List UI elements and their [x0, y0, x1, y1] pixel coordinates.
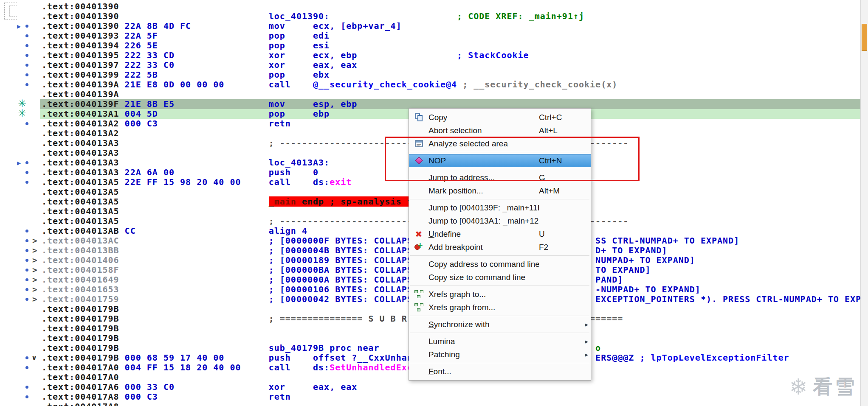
asm-seg: .text:004013A3 — [42, 157, 119, 168]
menu-item-patching[interactable]: Patching▸ — [409, 348, 591, 361]
code-dot-icon — [25, 64, 28, 67]
menu-separator — [410, 316, 589, 316]
asm-line[interactable]: .text:004017A8 000 C3 retn — [0, 392, 860, 402]
asm-seg: loc_4013A3: — [119, 157, 330, 168]
asm-text: .text:004013A5 _main endp ; sp-analysis … — [42, 197, 440, 207]
asm-seg: 222 33 C0 xor eax, eax — [119, 60, 358, 70]
asm-seg: @__security_check_cookie@4 — [313, 79, 457, 90]
menu-item-label: Font... — [428, 367, 539, 376]
expand-arrow-icon[interactable]: > — [32, 246, 37, 255]
menu-item-synchronize-with[interactable]: Synchronize with▸ — [409, 318, 591, 331]
collapse-chevron-icon[interactable]: ∨ — [31, 353, 37, 363]
expand-arrow-icon[interactable]: > — [32, 236, 37, 246]
code-dot-icon — [25, 122, 28, 125]
asm-seg: .text:004013BB — [42, 245, 119, 255]
asm-text: .text:0040139A — [42, 90, 119, 99]
asm-seg: .text:0040179B — [42, 353, 119, 363]
menu-item-analyze-selected-area[interactable]: Analyze selected area — [409, 137, 591, 150]
asm-seg: .text:00401653 — [42, 284, 119, 294]
asm-seg: .text:004013A2 — [42, 128, 119, 138]
asm-text: .text:00401653 ; [00000106 BYTES: COLLAP… — [42, 285, 701, 294]
asm-seg: .text:004013A5 — [42, 177, 119, 187]
menu-item-label: Xrefs graph to... — [428, 290, 539, 299]
asm-text: .text:004013A3 — [42, 148, 119, 158]
menu-item-copy-address-to-command-line[interactable]: Copy address to command line — [409, 258, 591, 271]
snowflake-icon: ❄ — [789, 376, 808, 398]
code-dot-icon — [25, 25, 28, 28]
menu-item-label: Jump to [004013A1: _main+121] — [428, 216, 539, 226]
menu-item-shortcut: U — [539, 230, 580, 239]
asm-seg: .text:004013A5 — [42, 206, 119, 216]
asm-line[interactable]: .text:0040139A 21E E8 0D 00 00 00 call @… — [0, 80, 860, 90]
asm-seg: .text:004013A5 — [42, 187, 119, 197]
expand-arrow-icon[interactable]: > — [32, 294, 37, 304]
asm-line[interactable]: ▸.text:00401390 22A 8B 4D FC mov ecx, [e… — [0, 21, 860, 31]
asm-line[interactable]: .text:00401390 — [0, 2, 860, 11]
asm-line[interactable]: .text:00401390 loc_401390: ; CODE XREF: … — [0, 11, 860, 21]
asm-text: .text:0040139A 21E E8 0D 00 00 00 call @… — [42, 80, 617, 90]
menu-item-lumina[interactable]: Lumina▸ — [409, 335, 591, 348]
asm-text: .text:00401395 222 33 CD xor ecx, ebp ; … — [42, 50, 529, 60]
asm-seg: .text:00401390 — [42, 21, 119, 31]
menu-item-xrefs-graph-to[interactable]: Xrefs graph to... — [409, 288, 591, 301]
expand-arrow-icon[interactable]: > — [32, 275, 37, 285]
ida-disassembly-view: .text:00401390.text:00401390 loc_401390:… — [0, 0, 868, 406]
menu-item-abort-selection[interactable]: Abort selectionAlt+L — [409, 124, 591, 137]
asm-text: .text:004013A3 22A 6A 00 push 0 — [42, 168, 318, 177]
menu-item-jump-to-0040139f-main-11f[interactable]: Jump to [0040139F: _main+11F] — [409, 201, 591, 214]
asm-line[interactable]: .text:004017A8 — [0, 402, 860, 406]
context-menu: CopyCtrl+CAbort selectionAlt+LAnalyze se… — [409, 108, 591, 381]
vertical-scrollbar[interactable] — [860, 0, 868, 406]
xrefs-graph-to-icon — [409, 290, 428, 298]
asm-text: .text:0040179B — [42, 324, 119, 333]
expand-arrow-icon[interactable]: > — [32, 265, 37, 275]
menu-item-mark-position[interactable]: Mark position...Alt+M — [409, 184, 591, 197]
asm-seg: .text:0040158F — [42, 265, 119, 275]
menu-item-nop[interactable]: NOPCtrl+N — [409, 154, 591, 167]
asm-seg: .text:00401390 — [42, 1, 119, 11]
expand-arrow-icon[interactable]: > — [32, 285, 37, 294]
menu-item-label: Copy address to command line — [428, 260, 539, 269]
asm-text: .text:004013A5 — [42, 207, 119, 216]
asm-text: .text:004013A5 — [42, 187, 119, 197]
asm-seg: .text:004013A3 — [42, 138, 119, 148]
asm-seg: .text:0040139F — [42, 99, 119, 109]
menu-item-jump-to-004013a1-main-121[interactable]: Jump to [004013A1: _main+121] — [409, 214, 591, 227]
asm-line[interactable]: .text:00401393 22A 5F pop edi — [0, 31, 860, 41]
scrollbar-thumb[interactable] — [862, 24, 867, 51]
undefine-icon: ✖ — [409, 230, 428, 238]
menu-item-label: Copy size to command line — [428, 273, 539, 282]
code-dot-icon — [25, 298, 28, 301]
menu-item-font[interactable]: Font... — [409, 365, 591, 378]
asm-text: .text:004013A2 000 C3 retn — [42, 119, 291, 129]
asm-seg: loc_401390: — [119, 11, 330, 21]
menu-item-jump-to-address[interactable]: Jump to address...G — [409, 171, 591, 184]
asm-seg: exit — [330, 177, 352, 187]
asm-line[interactable]: .text:00401397 222 33 C0 xor eax, eax — [0, 60, 860, 70]
asm-line[interactable]: .text:0040139A — [0, 90, 860, 99]
menu-item-add-breakpoint[interactable]: +Add breakpointF2 — [409, 241, 591, 254]
asm-line[interactable]: ✳.text:0040139F 21E 8B E5 mov esp, ebp — [0, 99, 860, 109]
asm-line[interactable]: .text:00401395 222 33 CD xor ecx, ebp ; … — [0, 50, 860, 60]
submenu-arrow-icon: ▸ — [580, 338, 588, 345]
menu-item-copy[interactable]: CopyCtrl+C — [409, 111, 591, 124]
asm-seg: .text:0040179B — [42, 343, 119, 353]
asm-seg: .text:00401393 — [42, 31, 119, 41]
jump-arrow-icon: ▸ — [17, 158, 21, 168]
asm-text: .text:0040179B — [42, 304, 119, 314]
bookmark-star-icon: ✳ — [18, 109, 27, 118]
asm-seg: .text:0040179B — [42, 314, 119, 324]
asm-seg: ; CODE XREF: _main+91↑j — [330, 11, 584, 21]
asm-seg: 22A 8B 4D FC mov ecx, [ebp+var_4] — [119, 21, 402, 31]
asm-line[interactable]: .text:004017A6 000 33 C0 xor eax, eax — [0, 382, 860, 392]
menu-item-xrefs-graph-from[interactable]: Xrefs graph from... — [409, 301, 591, 314]
menu-item-copy-size-to-command-line[interactable]: Copy size to command line — [409, 271, 591, 284]
asm-seg: .text:004013A3 — [42, 167, 119, 177]
asm-line[interactable]: .text:00401394 226 5E pop esi — [0, 41, 860, 50]
asm-seg: 000 C3 retn — [119, 392, 291, 402]
menu-item-undefine[interactable]: ✖UndefineU — [409, 227, 591, 241]
submenu-arrow-icon: ▸ — [580, 351, 588, 358]
asm-line[interactable]: .text:00401399 222 5B pop ebx — [0, 70, 860, 80]
asm-seg: _main — [269, 196, 296, 207]
expand-arrow-icon[interactable]: > — [32, 255, 37, 265]
